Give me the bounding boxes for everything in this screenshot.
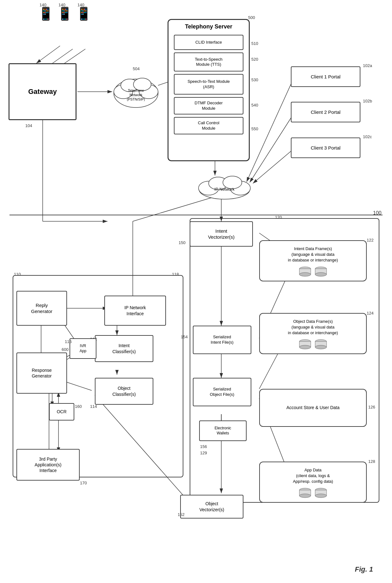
label-140c: 140 — [77, 3, 84, 7]
phone-icon-1: 📱 — [38, 6, 54, 21]
object-classifiers-box: Object Classifier(s) — [95, 378, 153, 405]
account-store-text: Account Store & User Data — [283, 402, 343, 414]
phone-icon-3: 📱 — [76, 6, 92, 21]
client2-box: Client 2 Portal — [291, 102, 360, 122]
cylinder-3 — [299, 339, 311, 350]
label-500: 500 — [248, 15, 255, 20]
intent-data-frame-text: Intent Data Frame(s)(language & visual d… — [286, 244, 340, 265]
label-510: 510 — [251, 41, 258, 46]
label-126: 126 — [368, 405, 375, 409]
svg-line-10 — [250, 113, 294, 182]
tts-box: Text-to-Speech Module (TTS) — [174, 52, 243, 71]
label-170: 170 — [80, 481, 87, 485]
label-540: 540 — [251, 103, 258, 107]
ivr-app-box: IVR App — [70, 338, 96, 359]
serialized-object-box: Serialized Object File(s) — [193, 378, 251, 406]
label-530: 530 — [251, 77, 258, 82]
serialized-intent-box: Serialized Intent File(s) — [193, 326, 251, 354]
label-504: 504 — [133, 66, 140, 71]
label-124: 124 — [367, 311, 374, 316]
svg-text:IP Network: IP Network — [214, 187, 235, 192]
fig-label: Fig. 1 — [355, 565, 373, 574]
telephone-network-cloud: Telephone Network (PSTN/SIP) — [111, 71, 161, 110]
client1-box: Client 1 Portal — [291, 66, 360, 87]
label-102a: 102a — [363, 63, 372, 68]
gateway-box: Gateway — [9, 63, 77, 120]
label-118: 118 — [172, 272, 179, 277]
label-104: 104 — [25, 123, 32, 128]
label-550: 550 — [251, 126, 258, 131]
label-150: 150 — [179, 240, 186, 245]
label-114: 114 — [90, 404, 97, 409]
call-control-box: Call Control Module — [174, 117, 243, 134]
cylinder-6 — [315, 488, 327, 499]
label-120: 120 — [275, 215, 282, 220]
svg-line-3 — [36, 46, 60, 63]
label-110: 110 — [14, 272, 21, 277]
label-152: 152 — [178, 512, 185, 517]
intent-data-frame-box: Intent Data Frame(s)(language & visual d… — [259, 240, 367, 281]
label-129: 129 — [200, 451, 207, 455]
cylinder-4 — [315, 339, 327, 350]
label-140b: 140 — [58, 3, 65, 7]
label-140a: 140 — [40, 3, 46, 7]
telephony-server-box: Telephony Server CLID Interface Text-to-… — [168, 19, 250, 161]
label-156: 156 — [200, 444, 207, 449]
svg-point-59 — [315, 273, 327, 276]
ip-network-cloud: IP Network — [196, 172, 253, 202]
cylinder-5 — [299, 488, 311, 499]
label-160: 160 — [75, 404, 82, 409]
label-102b: 102b — [363, 99, 372, 103]
object-data-frame-box: Object Data Frame(s)(language & visual d… — [259, 313, 367, 354]
phone-icon-2: 📱 — [57, 6, 73, 21]
svg-point-68 — [299, 494, 311, 498]
label-520: 520 — [251, 57, 258, 62]
svg-text:Telephone: Telephone — [128, 89, 144, 92]
label-128: 128 — [368, 459, 375, 464]
account-store-box: Account Store & User Data — [259, 389, 367, 427]
asr-box: Speech-to-Text Module (ASR) — [174, 74, 243, 95]
reply-generator-box: Reply Generator — [16, 291, 67, 326]
label-116: 116 — [65, 339, 72, 344]
svg-point-71 — [315, 494, 327, 498]
diagram-container: 📱 📱 📱 140 140 140 Gateway 104 Telephone … — [0, 0, 392, 583]
cylinder-1 — [299, 266, 311, 277]
object-data-frame-text: Object Data Frame(s)(language & visual d… — [286, 317, 340, 338]
svg-point-65 — [315, 345, 327, 349]
intent-classifiers-box: Intent Classifier(s) — [95, 335, 153, 362]
cylinder-2 — [315, 266, 327, 277]
svg-text:Network: Network — [130, 93, 143, 97]
label-122: 122 — [367, 238, 374, 242]
svg-line-11 — [253, 149, 294, 183]
electronic-wallets-box: Electronic Wallets — [199, 420, 247, 441]
svg-point-62 — [299, 345, 311, 349]
label-100: 100 — [373, 210, 382, 216]
third-party-box: 3rd Party Application(s) Interface — [16, 449, 80, 481]
app-data-box: App Data(client data, logs &App/resp. co… — [259, 462, 367, 503]
label-102c: 102c — [363, 134, 372, 139]
client3-box: Client 3 Portal — [291, 138, 360, 158]
svg-text:(PSTN/SIP): (PSTN/SIP) — [127, 97, 145, 101]
label-600: 600 — [62, 347, 69, 352]
dtmf-box: DTMF Decoder Module — [174, 97, 243, 114]
app-data-text: App Data(client data, logs &App/resp. co… — [291, 466, 334, 486]
ocr-box: OCR — [49, 403, 74, 420]
object-vectorizer-box: Object Vectorizer(s) — [180, 495, 243, 519]
telephony-server-title: Telephony Server — [185, 23, 232, 30]
clid-box: CLID Interface — [174, 35, 243, 50]
response-generator-box: Response Generator — [16, 353, 67, 394]
ip-network-interface-box: IP Network Interface — [104, 296, 166, 326]
svg-point-56 — [299, 273, 311, 276]
